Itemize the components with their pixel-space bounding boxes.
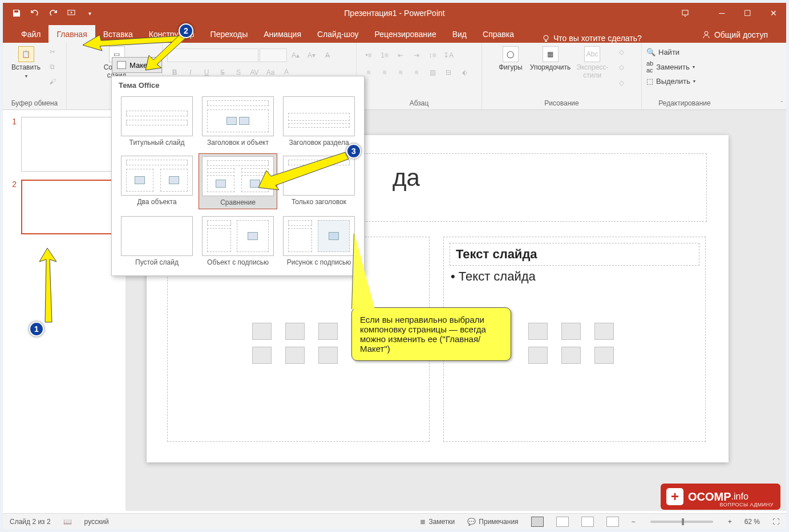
numbering-icon[interactable]: 1≡ (377, 48, 392, 62)
select-icon: ⬚ (646, 77, 653, 86)
layout-two-content[interactable]: Два объекта (118, 153, 196, 209)
tab-help[interactable]: Справка (475, 25, 522, 43)
notes-button[interactable]: ≣Заметки (420, 518, 455, 526)
share-button[interactable]: Общий доступ (697, 27, 772, 43)
dedent-icon[interactable]: ⇤ (393, 48, 408, 62)
slide-thumbnails-panel: 1 2 (3, 110, 126, 511)
indent-icon[interactable]: ⇥ (409, 48, 424, 62)
layout-picture-caption[interactable]: Рисунок с подписью (280, 214, 358, 269)
reading-view-icon[interactable] (581, 517, 594, 527)
tab-review[interactable]: Рецензирование (367, 25, 444, 43)
columns-icon[interactable]: ▥ (425, 66, 440, 79)
comments-button[interactable]: 💬Примечания (467, 518, 518, 526)
layout-dropdown-header: Тема Office (112, 76, 364, 94)
layout-title-slide[interactable]: Титульный слайд (118, 94, 196, 149)
zoom-level[interactable]: 62 % (745, 518, 760, 526)
sorter-view-icon[interactable] (556, 517, 569, 527)
paste-button[interactable]: 📋 Вставить▾ (9, 45, 43, 82)
qat-dropdown-icon[interactable]: ▾ (82, 5, 98, 21)
ribbon-options-icon[interactable] (672, 3, 698, 23)
tab-animations[interactable]: Анимация (256, 25, 309, 43)
language-indicator[interactable]: русский (84, 518, 109, 526)
shapes-button[interactable]: ◯Фигуры (495, 45, 527, 72)
annotation-marker-2: 2 (179, 23, 193, 38)
insert-smartart-icon[interactable] (318, 323, 338, 340)
normal-view-icon[interactable] (531, 517, 544, 527)
slide-thumbnail-1[interactable] (21, 117, 118, 172)
font-size-combo[interactable] (260, 48, 287, 62)
window-title: Презентация1 - PowerPoint (344, 9, 444, 18)
collapse-ribbon-icon[interactable]: ˇ (781, 101, 783, 107)
copy-icon[interactable]: ⧉ (45, 60, 60, 74)
tab-slideshow[interactable]: Слайд-шоу (309, 25, 367, 43)
annotation-arrow-2b (145, 33, 191, 72)
select-button[interactable]: ⬚Выделить▾ (646, 76, 723, 86)
text-direction-icon[interactable]: ↧A (441, 48, 456, 62)
zoom-slider[interactable] (650, 521, 713, 523)
arrange-button[interactable]: ▦Упорядочить (528, 45, 573, 72)
insert-table-icon[interactable] (528, 323, 548, 340)
cut-icon[interactable]: ✂ (45, 45, 60, 59)
zoom-out-icon[interactable]: − (632, 518, 636, 526)
shape-effects-icon[interactable]: ◇ (614, 76, 629, 90)
insert-table-icon[interactable] (252, 323, 272, 340)
replace-icon: abac (646, 60, 653, 74)
slide-counter[interactable]: Слайд 2 из 2 (10, 518, 51, 526)
grow-font-icon[interactable]: A▴ (288, 48, 303, 62)
align-text-icon[interactable]: ⊟ (441, 66, 456, 79)
placeholder-icons[interactable] (528, 323, 621, 364)
arrange-icon: ▦ (543, 46, 559, 62)
quickstyles-button[interactable]: AbcЭкспресс- стили (574, 45, 610, 80)
line-spacing-icon[interactable]: ↕≡ (425, 48, 440, 62)
start-slideshow-icon[interactable] (63, 5, 79, 21)
format-painter-icon[interactable]: 🖌 (45, 75, 60, 88)
insert-picture-icon[interactable] (252, 347, 272, 364)
tab-view[interactable]: Вид (444, 25, 475, 43)
layout-section-header[interactable]: Заголовок раздела (280, 94, 358, 149)
maximize-icon[interactable]: ☐ (735, 3, 760, 23)
slideshow-view-icon[interactable] (606, 517, 619, 527)
layout-title-content[interactable]: Заголовок и объект (199, 94, 277, 149)
redo-icon[interactable] (45, 5, 61, 21)
find-button[interactable]: 🔍Найти (646, 47, 723, 57)
clear-format-icon[interactable]: A̶ (320, 48, 335, 62)
shape-fill-icon[interactable]: ◇ (614, 45, 629, 59)
group-clipboard-label: Буфер обмена (7, 99, 62, 108)
smartart-icon[interactable]: ⬖ (457, 66, 472, 79)
shrink-font-icon[interactable]: A▾ (304, 48, 319, 62)
tell-me[interactable]: Что вы хотите сделать? (542, 34, 642, 43)
tab-file[interactable]: Файл (13, 25, 48, 43)
close-icon[interactable]: ✕ (760, 3, 786, 23)
slide-thumbnail-2[interactable] (21, 180, 118, 234)
group-drawing-label: Рисование (487, 99, 637, 108)
insert-online-picture-icon[interactable] (285, 347, 305, 364)
align-right-icon[interactable]: ≡ (393, 66, 408, 79)
insert-chart-icon[interactable] (561, 323, 581, 340)
fit-window-icon[interactable]: ⛶ (772, 518, 779, 526)
insert-video-icon[interactable] (594, 347, 614, 364)
svg-point-3 (705, 31, 708, 35)
spellcheck-icon[interactable]: 📖 (63, 518, 72, 526)
zoom-in-icon[interactable]: + (728, 518, 732, 526)
justify-icon[interactable]: ≡ (409, 66, 424, 79)
minimize-icon[interactable]: ─ (709, 3, 735, 23)
layout-content-caption[interactable]: Объект с подписью (199, 214, 277, 269)
replace-button[interactable]: abacЗаменить▾ (646, 59, 723, 74)
insert-smartart-icon[interactable] (594, 323, 614, 340)
insert-chart-icon[interactable] (285, 323, 305, 340)
layout-blank[interactable]: Пустой слайд (118, 214, 196, 269)
subtitle-text[interactable]: Текст слайда (450, 243, 699, 266)
insert-online-picture-icon[interactable] (561, 347, 581, 364)
bullet-text[interactable]: • Текст слайда (451, 269, 698, 284)
align-center-icon[interactable]: ≡ (377, 66, 392, 79)
placeholder-icons[interactable] (252, 323, 345, 364)
tab-transitions[interactable]: Переходы (203, 25, 256, 43)
save-icon[interactable] (9, 5, 25, 21)
shapes-icon: ◯ (503, 46, 519, 62)
insert-picture-icon[interactable] (528, 347, 548, 364)
annotation-arrow-3 (258, 151, 350, 191)
shape-outline-icon[interactable]: ◇ (614, 60, 629, 74)
undo-icon[interactable] (27, 5, 43, 21)
bullets-icon[interactable]: •≡ (361, 48, 376, 62)
insert-video-icon[interactable] (318, 347, 338, 364)
